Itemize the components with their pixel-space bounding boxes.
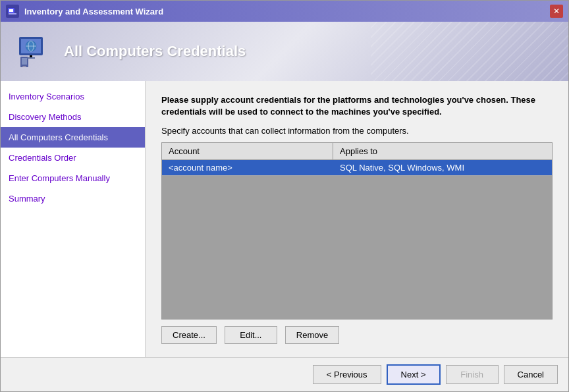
title-bar: Inventory and Assessment Wizard ✕	[1, 1, 568, 22]
remove-button[interactable]: Remove	[285, 326, 339, 344]
header-title: All Computers Credentials	[64, 43, 246, 60]
sidebar: Inventory Scenarios Discovery Methods Al…	[1, 81, 146, 357]
previous-button[interactable]: < Previous	[313, 365, 381, 384]
create-button[interactable]: Create...	[161, 326, 217, 344]
cell-applies-to: SQL Native, SQL Windows, WMI	[333, 160, 552, 175]
cell-account: <account name>	[162, 160, 333, 175]
footer: < Previous Next > Finish Cancel	[1, 357, 568, 391]
sidebar-item-enter-computers-manually[interactable]: Enter Computers Manually	[1, 168, 145, 188]
sidebar-item-all-computers-credentials[interactable]: All Computers Credentials	[1, 127, 145, 148]
sidebar-item-discovery-methods[interactable]: Discovery Methods	[1, 107, 145, 127]
main-content-area: Please supply account credentials for th…	[146, 81, 568, 357]
description-text: Please supply account credentials for th…	[161, 94, 553, 118]
svg-rect-6	[22, 58, 27, 65]
column-applies-to: Applies to	[333, 143, 552, 159]
column-account: Account	[162, 143, 333, 159]
svg-rect-2	[9, 13, 16, 14]
next-button[interactable]: Next >	[387, 364, 441, 385]
table-header: Account Applies to	[162, 143, 552, 160]
window-title: Inventory and Assessment Wizard	[24, 7, 550, 16]
action-buttons: Create... Edit... Remove	[161, 326, 553, 344]
credentials-table: Account Applies to <account name> SQL Na…	[161, 142, 553, 320]
specify-text: Specify accounts that can collect inform…	[161, 126, 553, 136]
svg-rect-7	[22, 66, 26, 67]
sidebar-item-inventory-scenarios[interactable]: Inventory Scenarios	[1, 86, 145, 107]
table-row[interactable]: <account name> SQL Native, SQL Windows, …	[162, 160, 552, 176]
window-icon	[6, 5, 19, 18]
sidebar-item-credentials-order[interactable]: Credentials Order	[1, 148, 145, 168]
edit-button[interactable]: Edit...	[225, 326, 277, 344]
header-banner: All Computers Credentials	[1, 22, 568, 81]
svg-rect-1	[9, 9, 13, 12]
table-body: <account name> SQL Native, SQL Windows, …	[162, 160, 552, 319]
sidebar-item-summary[interactable]: Summary	[1, 188, 145, 209]
header-icon	[14, 32, 53, 71]
cancel-button[interactable]: Cancel	[504, 365, 558, 384]
finish-button[interactable]: Finish	[446, 365, 499, 384]
content-area: Inventory Scenarios Discovery Methods Al…	[1, 81, 568, 357]
close-button[interactable]: ✕	[550, 5, 563, 18]
main-window: Inventory and Assessment Wizard ✕	[0, 0, 569, 392]
svg-rect-9	[27, 57, 35, 59]
